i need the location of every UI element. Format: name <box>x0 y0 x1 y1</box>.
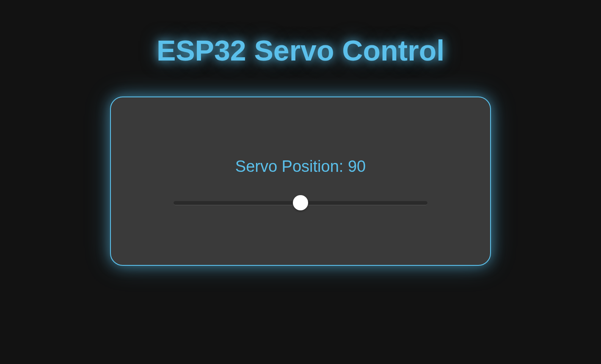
servo-slider[interactable] <box>174 201 427 205</box>
page-title: ESP32 Servo Control <box>157 34 444 67</box>
servo-position-label: Servo Position: 90 <box>235 157 366 176</box>
servo-control-panel: Servo Position: 90 <box>110 97 491 266</box>
position-label-prefix: Servo Position: <box>235 157 348 175</box>
position-value: 90 <box>348 157 366 175</box>
